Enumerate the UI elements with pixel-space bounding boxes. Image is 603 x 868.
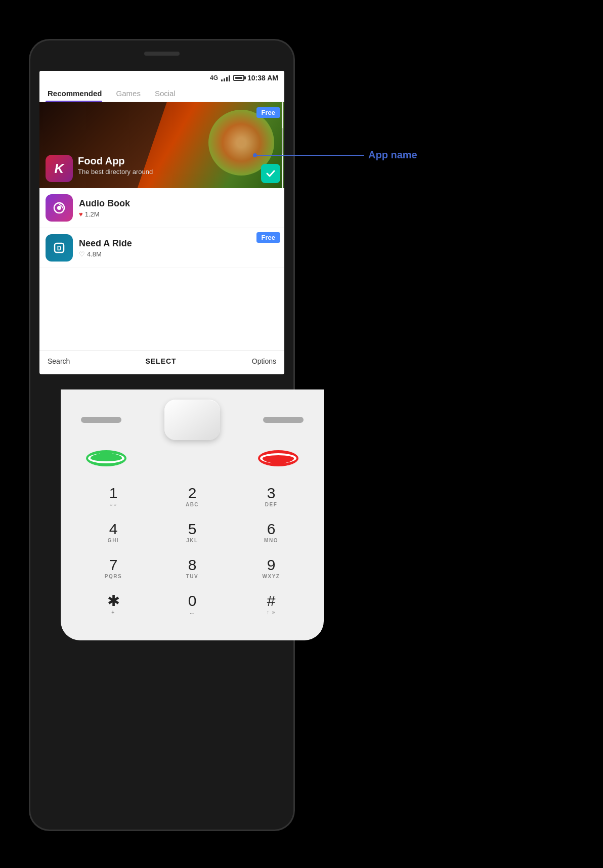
nav-side-left	[81, 417, 121, 423]
signal-bars	[221, 74, 230, 81]
key-hash-num: #	[267, 593, 276, 609]
ride-free-badge: Free	[256, 232, 280, 243]
key-1-num: 1	[109, 486, 118, 501]
key-4-letters: GHI	[108, 538, 119, 543]
tab-social[interactable]: Social	[153, 85, 184, 102]
annotation-line	[253, 155, 364, 156]
call-button-red[interactable]	[258, 450, 298, 466]
ride-info: Need A Ride ♡ 4.8M	[79, 238, 278, 258]
key-0[interactable]: 0 ⎵	[155, 588, 230, 620]
key-star-num: ✱	[107, 593, 120, 609]
key-star-letters: +	[111, 610, 115, 615]
soft-key-center[interactable]: SELECT	[145, 357, 176, 365]
food-app-icon: K	[46, 155, 73, 182]
audiobook-info: Audio Book ♥ 1.2M	[79, 198, 278, 218]
call-button-green[interactable]	[86, 450, 126, 466]
battery-icon	[233, 75, 244, 81]
key-9-letters: WXYZ	[263, 574, 280, 579]
key-hash-letters: ↑ »	[267, 610, 276, 615]
status-bar: 4G 10:38 AM	[39, 71, 284, 85]
key-5[interactable]: 5 JKL	[155, 516, 230, 548]
call-red-icon	[260, 453, 296, 463]
ride-rating: ♡ 4.8M	[79, 250, 278, 258]
nav-center-button[interactable]	[164, 400, 220, 440]
soft-key-left[interactable]: Search	[48, 357, 70, 365]
svg-point-1	[57, 206, 61, 210]
call-row	[76, 450, 309, 466]
key-4-num: 4	[109, 522, 118, 537]
key-3[interactable]: 3 DEF	[234, 481, 309, 512]
food-app-text: Food App The best directory around	[78, 155, 153, 176]
key-0-letters: ⎵	[190, 610, 194, 615]
key-hash[interactable]: # ↑ »	[234, 588, 309, 620]
speaker	[144, 52, 180, 56]
tab-bar: Recommended Games Social	[39, 85, 284, 102]
keypad-body: 1 ○○ 2 ABC 3 DEF 4 GHI 5 JKL	[61, 389, 324, 640]
key-2-num: 2	[188, 486, 197, 501]
key-2[interactable]: 2 ABC	[155, 481, 230, 512]
key-7[interactable]: 7 PQRS	[76, 552, 151, 584]
key-8-num: 8	[188, 557, 197, 573]
nav-side-right	[263, 417, 304, 423]
screen: 4G 10:38 AM Recommended Games S	[39, 71, 284, 374]
heart-outline-icon: ♡	[79, 250, 85, 258]
audiobook-rating-value: 1.2M	[85, 210, 100, 218]
key-6-num: 6	[267, 522, 276, 537]
annotation: App name	[253, 149, 417, 161]
key-3-num: 3	[267, 486, 276, 501]
key-9[interactable]: 9 WXYZ	[234, 552, 309, 584]
svg-text:D: D	[57, 245, 62, 252]
featured-app-card[interactable]: Free K Food App The best directory aroun…	[39, 102, 284, 188]
call-green-icon	[88, 453, 124, 463]
food-app-name: Food App	[78, 155, 153, 167]
key-2-letters: ABC	[186, 502, 199, 507]
network-indicator: 4G	[210, 74, 218, 81]
annotation-label: App name	[368, 149, 417, 161]
app-list-item-ride[interactable]: Free D Need A Ride ♡ 4.8M	[39, 228, 284, 268]
key-3-letters: DEF	[265, 502, 278, 507]
check-badge	[261, 164, 280, 183]
app-list-item-audiobook[interactable]: Audio Book ♥ 1.2M	[39, 188, 284, 228]
audiobook-name: Audio Book	[79, 198, 278, 209]
key-star[interactable]: ✱ +	[76, 588, 151, 620]
ride-name: Need A Ride	[79, 238, 278, 249]
status-time: 10:38 AM	[247, 74, 278, 82]
audiobook-icon	[46, 194, 73, 222]
food-app-description: The best directory around	[78, 168, 153, 176]
key-6-letters: MNO	[264, 538, 278, 543]
key-6[interactable]: 6 MNO	[234, 516, 309, 548]
key-8-letters: TUV	[186, 574, 199, 579]
numpad: 1 ○○ 2 ABC 3 DEF 4 GHI 5 JKL	[76, 481, 309, 620]
tab-recommended[interactable]: Recommended	[46, 85, 110, 102]
key-0-num: 0	[188, 593, 197, 609]
key-1[interactable]: 1 ○○	[76, 481, 151, 512]
scrollbar	[282, 102, 283, 188]
key-4[interactable]: 4 GHI	[76, 516, 151, 548]
ride-rating-value: 4.8M	[87, 250, 102, 258]
key-8[interactable]: 8 TUV	[155, 552, 230, 584]
soft-key-right[interactable]: Options	[252, 357, 276, 365]
audiobook-rating: ♥ 1.2M	[79, 210, 278, 218]
nav-row	[76, 400, 309, 440]
soft-keys-bar: Search SELECT Options	[39, 350, 284, 371]
free-badge: Free	[256, 107, 280, 118]
ride-app-icon: D	[46, 234, 73, 262]
key-7-num: 7	[109, 557, 118, 573]
key-7-letters: PQRS	[105, 574, 122, 579]
key-1-letters: ○○	[109, 502, 117, 507]
tab-games[interactable]: Games	[114, 85, 149, 102]
key-9-num: 9	[267, 557, 276, 573]
featured-app-info: K Food App The best directory around	[46, 155, 153, 182]
key-5-num: 5	[188, 522, 197, 537]
heart-filled-icon: ♥	[79, 210, 83, 218]
key-5-letters: JKL	[186, 538, 198, 543]
